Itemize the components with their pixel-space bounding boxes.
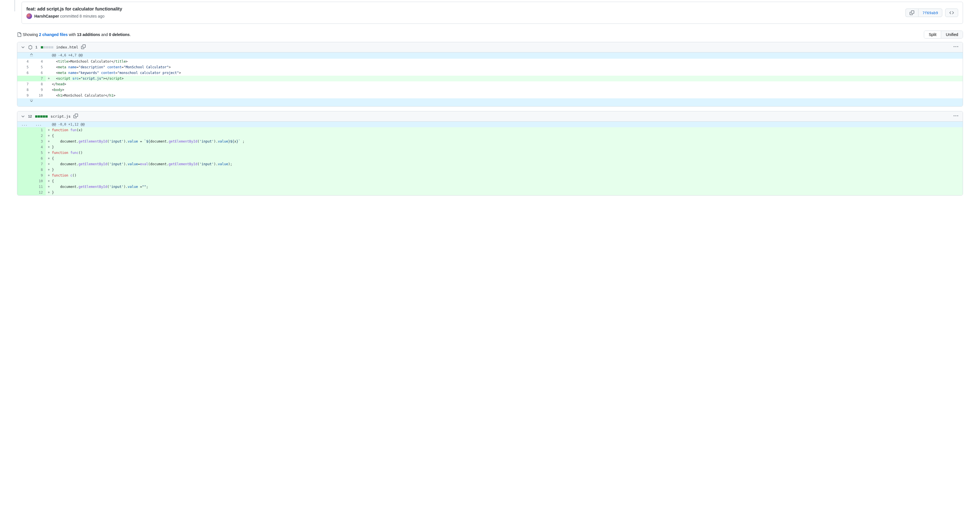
line-number-old[interactable]: 6: [17, 70, 32, 76]
line-number-new[interactable]: 3: [32, 139, 46, 144]
line-marker: +: [46, 133, 52, 139]
expand-all-icon[interactable]: [28, 45, 33, 49]
hunk-header-row: @@ -4,6 +4,7 @@: [17, 52, 963, 59]
collapse-chevron-icon[interactable]: [21, 114, 25, 119]
line-number-new[interactable]: 10: [32, 93, 46, 98]
line-number-new[interactable]: 4: [32, 59, 46, 64]
code-line: <title>MonSchool Calculator</title>: [52, 59, 963, 64]
code-line: document.getElementById('input').value=e…: [52, 161, 963, 167]
line-number-old[interactable]: [17, 139, 32, 144]
code-line: <h1>MonSchool Calculator</h1>: [52, 93, 963, 98]
line-number-new[interactable]: 6: [32, 70, 46, 76]
file-name[interactable]: script.js: [51, 114, 70, 119]
commit-title: feat: add script.js for calculator funct…: [26, 6, 122, 12]
summary-additions: 13 additions: [77, 32, 100, 37]
line-number-old[interactable]: [17, 150, 32, 156]
code-line: function c(): [52, 173, 963, 178]
line-number-new[interactable]: 8: [32, 81, 46, 87]
line-number-old[interactable]: [17, 127, 32, 133]
code-line: <body>: [52, 87, 963, 93]
line-number-new[interactable]: 7: [32, 76, 46, 81]
line-number-new[interactable]: 1: [32, 127, 46, 133]
browse-files-button[interactable]: [945, 8, 958, 17]
unified-view-button[interactable]: Unified: [941, 31, 963, 38]
file-header: 12script.js: [17, 111, 963, 122]
line-marker: +: [46, 144, 52, 150]
line-number-new[interactable]: 9: [32, 173, 46, 178]
copy-path-button[interactable]: [81, 44, 86, 50]
file-block: 12script.js......@@ -0,0 +1,12 @@1+funct…: [17, 111, 963, 195]
line-number-new[interactable]: 6: [32, 156, 46, 161]
line-number-old[interactable]: [17, 161, 32, 167]
hunk-expand-old[interactable]: ...: [17, 122, 32, 127]
line-number-old[interactable]: [17, 190, 32, 195]
hunk-expand-down[interactable]: [17, 98, 46, 106]
file-change-count: 12: [28, 114, 32, 119]
collapse-chevron-icon[interactable]: [21, 45, 25, 49]
line-number-old[interactable]: 8: [17, 87, 32, 93]
line-number-old[interactable]: 9: [17, 93, 32, 98]
expand-down-row: [17, 98, 963, 106]
code-line: {: [52, 133, 963, 139]
hunk-expand-new[interactable]: ...: [32, 122, 46, 127]
line-number-old[interactable]: [17, 76, 32, 81]
copy-sha-button[interactable]: [905, 8, 918, 17]
line-number-old[interactable]: [17, 133, 32, 139]
line-marker: +: [46, 139, 52, 144]
line-number-old[interactable]: [17, 184, 32, 190]
diff-stat-bars: [35, 115, 48, 117]
diff-table: @@ -4,6 +4,7 @@44 <title>MonSchool Calcu…: [17, 52, 963, 106]
diff-line-addition: 2+{: [17, 133, 963, 139]
line-number-old[interactable]: [17, 178, 32, 184]
line-number-old[interactable]: 5: [17, 64, 32, 70]
line-number-old[interactable]: 4: [17, 59, 32, 64]
avatar[interactable]: [26, 13, 32, 19]
diff-line-addition: 12+}: [17, 190, 963, 195]
line-number-new[interactable]: 10: [32, 178, 46, 184]
line-number-old[interactable]: [17, 156, 32, 161]
diff-line-addition: 8+}: [17, 167, 963, 173]
commit-author[interactable]: HarshCasper: [34, 14, 59, 18]
file-name[interactable]: index.html: [56, 45, 78, 49]
diff-line-addition: 7+ <script src="script.js"></script>: [17, 76, 963, 81]
line-marker: [46, 87, 52, 93]
changed-files-link[interactable]: 2 changed files: [39, 32, 68, 37]
line-number-new[interactable]: 5: [32, 64, 46, 70]
line-number-new[interactable]: 11: [32, 184, 46, 190]
diff-view-toggle: Split Unified: [924, 31, 963, 38]
file-change-count: 1: [35, 45, 37, 49]
file-menu-button[interactable]: [953, 44, 959, 51]
hunk-expand-up[interactable]: [17, 52, 46, 59]
code-line: <meta name="description" content="MonSch…: [52, 64, 963, 70]
line-number-old[interactable]: [17, 144, 32, 150]
line-number-old[interactable]: [17, 173, 32, 178]
line-number-new[interactable]: 12: [32, 190, 46, 195]
line-marker: +: [46, 184, 52, 190]
commit-meta: HarshCasper committed 8 minutes ago: [26, 13, 122, 19]
line-number-old[interactable]: [17, 167, 32, 173]
line-marker: +: [46, 178, 52, 184]
diff-line-context: 910 <h1>MonSchool Calculator</h1>: [17, 93, 963, 98]
line-number-new[interactable]: 9: [32, 87, 46, 93]
file-diff-icon: [17, 32, 22, 37]
line-number-new[interactable]: 4: [32, 144, 46, 150]
code-line: document.getElementById('input').value =…: [52, 184, 963, 190]
line-number-old[interactable]: 7: [17, 81, 32, 87]
expand-down-icon: [29, 98, 34, 103]
copy-icon: [81, 44, 86, 49]
split-view-button[interactable]: Split: [924, 31, 941, 38]
file-menu-button[interactable]: [953, 113, 959, 120]
line-number-new[interactable]: 5: [32, 150, 46, 156]
line-number-new[interactable]: 2: [32, 133, 46, 139]
line-number-new[interactable]: 7: [32, 161, 46, 167]
line-marker: +: [46, 76, 52, 81]
line-number-new[interactable]: 8: [32, 167, 46, 173]
code-line: <script src="script.js"></script>: [52, 76, 963, 81]
diff-line-context: 44 <title>MonSchool Calculator</title>: [17, 59, 963, 64]
commit-sha-link[interactable]: 7f69ab9: [918, 8, 942, 17]
copy-path-button[interactable]: [73, 114, 78, 119]
code-line: function func(): [52, 150, 963, 156]
summary-prefix: Showing: [23, 32, 38, 37]
code-line: {: [52, 178, 963, 184]
diff-line-addition: 10+{: [17, 178, 963, 184]
